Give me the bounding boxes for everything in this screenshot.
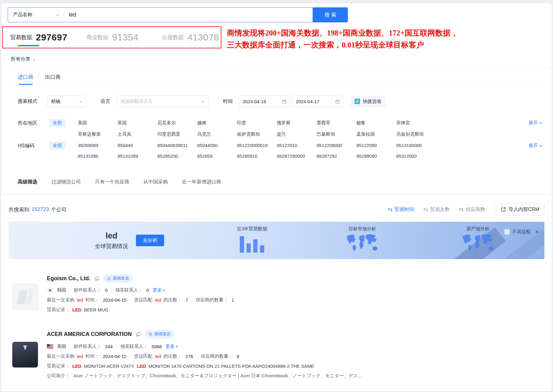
advanced-filter-item[interactable]: 过滤物流公司 xyxy=(51,179,81,185)
search-bar: 产品名称 搜 索 xyxy=(8,7,348,22)
purchase-suffix: 时间： xyxy=(85,297,99,303)
region-item[interactable]: 波兰 xyxy=(277,131,317,137)
region-item[interactable]: 土耳其 xyxy=(118,131,157,137)
banner-item-trade-data[interactable]: 近3年贸易数据 xyxy=(223,226,281,253)
banner-item-target-market[interactable]: 目标市场分析 xyxy=(333,226,391,255)
hs-code-item[interactable]: 852859 xyxy=(197,153,237,159)
filter-divider xyxy=(2,173,550,173)
linkedin-contacts-label: 领英联系人： xyxy=(120,344,148,349)
import-crm-label: 导入内部CRM xyxy=(509,206,539,213)
hs-code-item[interactable]: 85312000 xyxy=(396,153,436,159)
sort-trade-time[interactable]: 贸易时间 xyxy=(388,206,414,213)
hs-code-item[interactable]: 39269099 xyxy=(78,143,118,148)
date-to-input[interactable]: 2024-04-17 xyxy=(292,96,344,107)
hs-code-item[interactable]: 85131099 xyxy=(118,153,157,159)
region-item[interactable]: 美国 xyxy=(78,120,118,126)
hs-code-item[interactable]: 85285200 xyxy=(157,153,197,159)
analyze-button[interactable]: 去分析 xyxy=(136,235,164,246)
company-thumbnail[interactable] xyxy=(12,342,38,368)
copy-icon[interactable] xyxy=(95,276,99,281)
more-link[interactable]: 更多 › xyxy=(153,287,165,293)
region-item[interactable]: 乌兹别克斯坦 xyxy=(396,131,436,137)
tab-importer[interactable]: 进口商 xyxy=(18,74,33,86)
search-input[interactable] xyxy=(64,12,313,18)
sort-supplier-count[interactable]: 供应商数 xyxy=(459,206,485,213)
hs-code-item[interactable]: 851220000019 xyxy=(237,143,277,148)
language-select[interactable]: 请选择翻译语言 xyxy=(116,96,209,107)
advanced-filter-item[interactable]: 高级筛选 xyxy=(18,179,37,185)
region-item[interactable]: 印度 xyxy=(237,120,277,126)
region-item[interactable]: 哥斯达黎加 xyxy=(78,131,118,137)
search-button[interactable]: 搜 索 xyxy=(313,7,348,22)
tab-cloud-search-data[interactable]: 云搜数据 413078 xyxy=(162,27,219,48)
region-item[interactable]: 哈萨克斯坦 xyxy=(237,131,277,137)
filter-row-hs-code: HS编码 全部 39269099850440850440839011850440… xyxy=(18,141,550,159)
hs-code-item[interactable]: 85287290000 xyxy=(277,153,317,159)
tab-business-data[interactable]: 商业数据 91354 xyxy=(86,27,138,48)
breadcrumb[interactable]: 所有分类 › xyxy=(11,56,35,62)
hs-code-item[interactable]: 850440 xyxy=(118,143,157,148)
hs-code-item[interactable]: 85122099 xyxy=(356,143,396,148)
trade-analysis-banner: led 全球贸易情况 去分析 近3年贸易数据 目标市场分析 原产地分析 xyxy=(9,222,544,259)
tab-trade-data[interactable]: 贸易数据 297697 xyxy=(10,27,67,48)
search-combo: 产品名称 xyxy=(8,7,313,22)
hs-expand-link[interactable]: 展开 xyxy=(529,143,543,149)
copy-icon[interactable] xyxy=(136,332,141,337)
search-mode-select[interactable]: 精确 xyxy=(47,96,86,107)
hs-code-item[interactable]: 850440839011 xyxy=(157,143,197,148)
results-count: 152723 xyxy=(32,206,49,213)
region-item[interactable]: 俄罗斯 xyxy=(277,120,317,126)
region-item[interactable]: 秘鲁 xyxy=(356,120,396,126)
hs-code-item[interactable]: 85299090 xyxy=(356,153,396,159)
region-item[interactable]: 孟加拉国 xyxy=(356,131,396,137)
region-item[interactable]: 厄瓜多尔 xyxy=(157,120,197,126)
more-link[interactable]: 更多 › xyxy=(165,343,178,349)
close-icon[interactable]: × xyxy=(535,228,539,235)
import-crm-button[interactable]: 导入内部CRM xyxy=(496,204,544,215)
region-item[interactable]: 菲律宾 xyxy=(396,120,436,126)
company-country: 韩国 xyxy=(57,287,66,293)
region-item[interactable]: 巴基斯坦 xyxy=(317,131,356,137)
date-from-input[interactable]: 2023-04-18 xyxy=(239,96,290,107)
chevron-right-icon: › xyxy=(163,287,165,293)
company-intro-label: 公司简介： xyxy=(47,373,70,379)
advanced-filter-item[interactable]: 从中国采购 xyxy=(143,179,168,185)
hs-code-item[interactable]: 85285910 xyxy=(237,153,277,159)
advanced-filter-item[interactable]: 近一年新增进口商 xyxy=(182,179,221,185)
region-item[interactable]: 英国 xyxy=(118,120,157,126)
region-item[interactable]: 印度尼西亚 xyxy=(157,131,197,137)
banner-subtitle: 全球贸易情况 xyxy=(95,243,128,250)
company-thumbnail[interactable] xyxy=(12,284,39,310)
search-category-select[interactable]: 产品名称 xyxy=(8,12,64,18)
region-all-chip[interactable]: 全部 xyxy=(49,119,66,127)
importer-exporter-tabs: 进口商 出口商 xyxy=(2,67,550,86)
quick-options-button[interactable]: 快捷选项 xyxy=(350,96,386,107)
hs-code-item[interactable]: 85044090 xyxy=(197,143,237,148)
calendar-icon xyxy=(335,99,340,104)
radar-badge[interactable]: 商情雷达 xyxy=(103,274,133,283)
chevron-down-icon xyxy=(539,121,543,125)
hs-code-item[interactable]: 85131090 xyxy=(78,153,118,159)
region-item[interactable]: 乌克兰 xyxy=(197,131,237,137)
region-item[interactable]: 墨西哥 xyxy=(317,120,356,126)
advanced-filter-item[interactable]: 只有一个供应商 xyxy=(95,179,129,185)
hs-code-item[interactable]: 8512209000 xyxy=(317,143,356,148)
hs-code-item[interactable]: 8513100000 xyxy=(396,143,436,148)
purchase-date: 2024-04-15 xyxy=(103,297,126,303)
banner-item-origin[interactable]: 原产地分析 xyxy=(449,226,507,255)
hs-code-item[interactable]: 85287292 xyxy=(317,153,356,159)
sort-trade-count[interactable]: 贸易次数 xyxy=(423,206,450,213)
banner-keyword: led xyxy=(95,231,128,241)
hs-all-chip[interactable]: 全部 xyxy=(49,141,66,150)
dismiss-checkbox[interactable] xyxy=(504,229,510,235)
sort-icon xyxy=(459,207,464,212)
hs-code-item[interactable]: 85122010 xyxy=(277,143,317,148)
record-keyword: LED xyxy=(72,364,81,369)
region-expand-link[interactable]: 展开 xyxy=(529,120,543,126)
chevron-down-icon xyxy=(201,100,205,103)
company-name[interactable]: ACER AMERICA CORPORATION xyxy=(47,331,132,337)
region-item[interactable]: 越南 xyxy=(197,120,237,126)
radar-badge[interactable]: 商情雷达 xyxy=(145,330,174,338)
company-name[interactable]: Egoism Co., Ltd. xyxy=(47,275,90,282)
tab-exporter[interactable]: 出口商 xyxy=(45,74,61,86)
